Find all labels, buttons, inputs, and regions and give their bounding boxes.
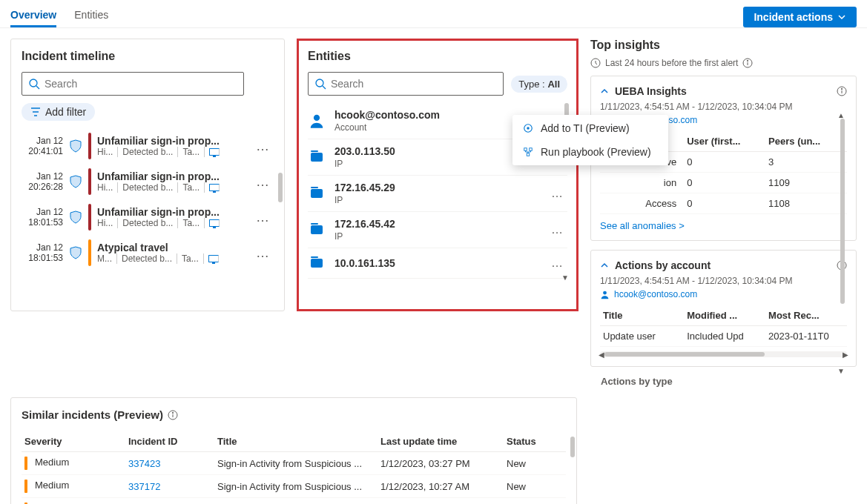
- table-row[interactable]: Access01108: [600, 193, 847, 214]
- entity-row[interactable]: 172.16.45.29 IP …: [308, 176, 567, 212]
- playbook-icon: [523, 147, 533, 157]
- entity-row[interactable]: 10.0.161.135 …: [308, 248, 567, 279]
- entity-type: IP: [334, 159, 536, 169]
- ip-icon: [311, 153, 323, 162]
- tab-overview[interactable]: Overview: [10, 4, 56, 27]
- monitor-icon: [209, 148, 220, 156]
- table-row[interactable]: Medium 337172 Sign-in Activity from Susp…: [22, 475, 566, 498]
- timeline-search-input[interactable]: [44, 78, 237, 90]
- table-row[interactable]: Medium 337423 Sign-in Activity from Susp…: [22, 452, 566, 475]
- menu-run-playbook[interactable]: Run playbook (Preview): [512, 140, 668, 164]
- col-title[interactable]: Title: [600, 305, 684, 326]
- person-icon: [309, 113, 325, 129]
- actions-by-type-title: Actions by type: [601, 376, 857, 387]
- entity-more-icon[interactable]: …: [551, 187, 564, 200]
- timeline-item-title: Unfamiliar sign-in prop...: [97, 170, 247, 182]
- see-all-anomalies-link[interactable]: See all anomalies >: [600, 220, 847, 231]
- top-insights-title: Top insights: [590, 39, 857, 52]
- svg-line-1: [36, 86, 39, 89]
- svg-point-13: [748, 60, 748, 61]
- table-row[interactable]: ion01109: [600, 173, 847, 193]
- table-row[interactable]: Medium 337682 Sign-in Activity from Susp…: [22, 498, 566, 505]
- info-icon[interactable]: [837, 86, 847, 96]
- col-severity[interactable]: Severity: [22, 431, 125, 452]
- col-recent[interactable]: Most Rec...: [765, 305, 847, 326]
- incident-id-link[interactable]: 337423: [128, 458, 160, 469]
- col-last-update[interactable]: Last update time: [378, 431, 504, 452]
- severity-bar: [88, 168, 91, 195]
- timeline-timestamp: Jan 1220:26:28: [22, 171, 63, 193]
- actions-table: Title Modified ... Most Rec... Update us…: [600, 305, 847, 347]
- shield-icon: [69, 246, 82, 259]
- col-user[interactable]: User (first...: [684, 131, 765, 152]
- timeline-item-title: Atypical travel: [97, 242, 247, 253]
- col-modified[interactable]: Modified ...: [684, 305, 765, 326]
- shield-icon: [69, 175, 82, 188]
- entity-name: hcook@contoso.com: [334, 109, 542, 121]
- chevron-up-icon: [600, 87, 609, 96]
- add-filter-button[interactable]: Add filter: [22, 103, 95, 121]
- ip-icon: [311, 225, 323, 234]
- similar-incidents-card: Similar incidents (Preview) Severity Inc…: [10, 397, 577, 504]
- more-icon[interactable]: …: [253, 210, 274, 225]
- timeline-item-meta: Hi...Detected b...Ta...: [97, 218, 247, 228]
- entity-type: Account: [334, 122, 542, 133]
- search-icon: [314, 78, 326, 90]
- ueba-toggle[interactable]: UEBA Insights: [600, 85, 847, 97]
- timeline-item-title: Unfamiliar sign-in prop...: [97, 206, 247, 218]
- scroll-down-arrow[interactable]: ▼: [561, 273, 569, 282]
- info-icon[interactable]: [742, 58, 753, 68]
- timeline-search[interactable]: [22, 72, 244, 96]
- menu-add-to-ti[interactable]: Add to TI (Preview): [512, 116, 668, 140]
- timeline-item[interactable]: Jan 1220:26:28 Unfamiliar sign-in prop..…: [22, 164, 274, 199]
- timeline-item-title: Unfamiliar sign-in prop...: [97, 135, 247, 147]
- scroll-thumb[interactable]: [278, 173, 283, 202]
- actions-user-link[interactable]: hcook@contoso.com: [600, 289, 847, 299]
- scroll-thumb[interactable]: [570, 437, 575, 457]
- timeline-item[interactable]: Jan 1220:41:01 Unfamiliar sign-in prop..…: [22, 128, 274, 164]
- entities-type-filter[interactable]: Type : All: [511, 76, 567, 93]
- monitor-icon: [209, 184, 220, 191]
- ip-icon: [311, 189, 323, 198]
- more-icon[interactable]: …: [253, 245, 274, 261]
- actions-toggle[interactable]: Actions by account: [600, 259, 847, 271]
- incident-actions-button[interactable]: Incident actions: [743, 7, 857, 27]
- svg-point-0: [30, 79, 37, 87]
- table-row[interactable]: Update userIncluded Upd2023-01-11T0: [600, 326, 847, 347]
- ip-icon: [311, 259, 323, 268]
- more-icon[interactable]: …: [253, 174, 274, 190]
- actions-by-account-card: Actions by account 1/11/2023, 4:54:51 AM…: [590, 250, 857, 367]
- svg-point-6: [527, 127, 530, 130]
- horizontal-scrollbar[interactable]: ◀▶: [600, 351, 847, 357]
- entity-context-menu: Add to TI (Preview) Run playbook (Previe…: [512, 115, 668, 165]
- more-icon[interactable]: …: [253, 139, 274, 154]
- timeline-item-meta: M...Detected b...Ta...: [97, 253, 247, 264]
- entity-more-icon[interactable]: …: [551, 223, 564, 236]
- col-incident-id[interactable]: Incident ID: [125, 431, 214, 452]
- col-status[interactable]: Status: [504, 431, 566, 452]
- insights-scrollbar[interactable]: ▲ ▼: [840, 111, 846, 375]
- tab-entities[interactable]: Entities: [74, 4, 108, 27]
- entities-search[interactable]: [308, 72, 504, 96]
- info-icon[interactable]: [168, 410, 178, 420]
- incident-id-link[interactable]: 337172: [128, 481, 160, 492]
- timeline-item[interactable]: Jan 1218:01:53 Unfamiliar sign-in prop..…: [22, 199, 274, 235]
- col-peers[interactable]: Peers (un...: [765, 131, 847, 152]
- menu-add-ti-label: Add to TI (Preview): [541, 122, 630, 134]
- chevron-up-icon: [600, 261, 609, 270]
- incident-timeline-card: Incident timeline Add filter Jan 1220:41…: [10, 39, 285, 311]
- timeline-item-meta: Hi...Detected b...Ta...: [97, 182, 247, 193]
- ueba-title: UEBA Insights: [615, 85, 687, 97]
- entity-type: IP: [334, 195, 542, 205]
- timeline-timestamp: Jan 1218:01:53: [22, 242, 63, 264]
- col-title[interactable]: Title: [214, 431, 378, 452]
- severity-bar: [24, 457, 27, 470]
- entity-row[interactable]: 172.16.45.42 IP …: [308, 212, 567, 248]
- svg-point-21: [603, 291, 607, 294]
- incident-actions-label: Incident actions: [754, 11, 833, 23]
- entity-more-icon[interactable]: …: [551, 256, 564, 270]
- ti-icon: [523, 123, 533, 133]
- ueba-range: 1/11/2023, 4:54:51 AM - 1/12/2023, 10:34…: [600, 102, 847, 112]
- entities-search-input[interactable]: [331, 78, 497, 90]
- timeline-item[interactable]: Jan 1218:01:53 Atypical travel M...Detec…: [22, 235, 274, 271]
